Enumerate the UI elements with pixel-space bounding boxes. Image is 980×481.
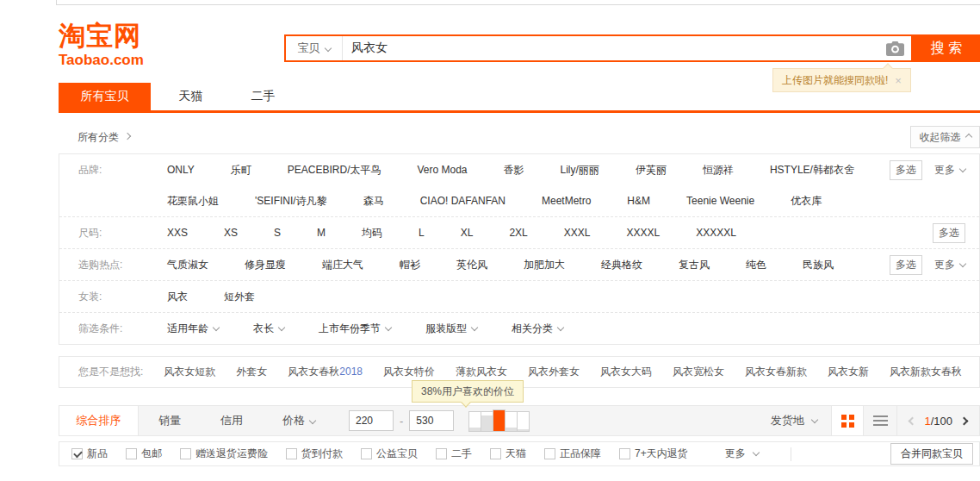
- checkbox[interactable]: [361, 448, 372, 459]
- suggest-link[interactable]: 风衣宽松女: [673, 365, 724, 379]
- search-input[interactable]: [343, 36, 878, 60]
- filter-option[interactable]: 森马: [363, 194, 384, 209]
- breadcrumb-all-categories[interactable]: 所有分类: [78, 130, 130, 145]
- tab-all-items[interactable]: 所有宝贝: [59, 83, 151, 110]
- filter-option[interactable]: 加肥加大: [524, 258, 565, 272]
- checkbox[interactable]: [71, 448, 83, 459]
- histogram-bin[interactable]: [481, 411, 493, 432]
- checkbox[interactable]: [436, 448, 447, 459]
- taobao-logo[interactable]: 淘宝网 Taobao.com: [59, 22, 144, 69]
- filter-option[interactable]: 经典格纹: [601, 258, 642, 272]
- filter-option[interactable]: 伊芙丽: [636, 163, 667, 178]
- prev-page-icon[interactable]: [909, 416, 917, 425]
- next-page-icon[interactable]: [960, 416, 969, 425]
- filter-dropdown[interactable]: 适用年龄: [167, 322, 219, 336]
- filter-checkbox-item[interactable]: 7+天内退货: [619, 447, 688, 461]
- filter-option[interactable]: 乐町: [231, 163, 251, 178]
- more-button[interactable]: 更多: [934, 258, 965, 272]
- ship-from-dropdown[interactable]: 发货地: [771, 413, 818, 428]
- checkbox[interactable]: [490, 448, 501, 459]
- checkbox[interactable]: [180, 448, 191, 459]
- suggest-link[interactable]: 风衣女大码: [600, 365, 652, 379]
- filter-option[interactable]: ONLY: [167, 164, 195, 176]
- sort-option-credit[interactable]: 信用: [201, 406, 263, 435]
- histogram-bin[interactable]: [505, 411, 518, 432]
- merge-same-items-button[interactable]: 合并同款宝贝: [890, 443, 973, 465]
- filter-dropdown[interactable]: 相关分类: [512, 322, 563, 336]
- histogram-bin[interactable]: [493, 409, 506, 432]
- filter-option[interactable]: 'SEIFINI/诗凡黎: [255, 194, 327, 209]
- filter-option[interactable]: 气质淑女: [167, 258, 208, 272]
- filter-option[interactable]: CIAO! DAFANFAN: [420, 195, 506, 207]
- filter-checkbox-item[interactable]: 公益宝贝: [361, 447, 418, 461]
- filter-option[interactable]: 2XL: [509, 227, 527, 239]
- filter-option[interactable]: M: [317, 227, 326, 239]
- histogram-bin[interactable]: [517, 411, 530, 432]
- checkbox[interactable]: [126, 448, 137, 459]
- filter-option[interactable]: S: [274, 227, 281, 239]
- suggest-link[interactable]: 风衣外套女: [528, 365, 580, 379]
- filter-option[interactable]: 复古风: [679, 258, 710, 272]
- price-min-input[interactable]: [349, 410, 394, 431]
- filter-option[interactable]: 端庄大气: [322, 258, 363, 272]
- list-view-button[interactable]: [864, 406, 896, 435]
- filter-option[interactable]: XXS: [167, 227, 188, 239]
- image-search-button[interactable]: [878, 36, 911, 60]
- filter-option[interactable]: L: [419, 227, 425, 239]
- sort-option-default[interactable]: 综合排序: [59, 406, 139, 435]
- filter-option[interactable]: 短外套: [224, 290, 255, 304]
- suggest-link[interactable]: 外套女: [236, 365, 267, 379]
- filter-option[interactable]: 风衣: [167, 290, 188, 304]
- tab-tmall[interactable]: 天猫: [158, 83, 223, 110]
- filter-checkbox-item[interactable]: 新品: [71, 447, 108, 461]
- filter-option[interactable]: 花栗鼠小姐: [167, 194, 219, 209]
- filter-option[interactable]: XXXXXL: [696, 227, 736, 239]
- filter-option[interactable]: HSTYLE/韩都衣舍: [770, 163, 854, 178]
- multi-select-button[interactable]: 多选: [933, 223, 965, 243]
- grid-view-button[interactable]: [831, 406, 864, 435]
- tab-secondhand[interactable]: 二手: [231, 83, 295, 110]
- checkbox[interactable]: [619, 448, 630, 459]
- filter-checkbox-item[interactable]: 包邮: [126, 447, 162, 461]
- sort-option-price[interactable]: 价格: [263, 406, 335, 435]
- checkbox[interactable]: [286, 448, 297, 459]
- suggest-link[interactable]: 风衣新款女春秋: [890, 365, 962, 379]
- search-button[interactable]: 搜 索: [913, 34, 980, 62]
- suggest-link[interactable]: 风衣女春新款: [745, 365, 807, 379]
- filter-option[interactable]: XS: [224, 227, 238, 239]
- filter-option[interactable]: 均码: [362, 226, 382, 240]
- collapse-filters-button[interactable]: 收起筛选: [910, 126, 980, 148]
- filter-option[interactable]: PEACEBIRD/太平鸟: [288, 163, 381, 178]
- filter-option[interactable]: H&M: [627, 195, 650, 207]
- filter-dropdown[interactable]: 衣长: [253, 322, 284, 336]
- price-max-input[interactable]: [409, 410, 454, 431]
- close-icon[interactable]: ×: [895, 74, 902, 87]
- filter-option[interactable]: 纯色: [746, 258, 766, 272]
- filter-option[interactable]: 英伦风: [456, 258, 487, 272]
- filter-checkbox-item[interactable]: 赠送退货运费险: [180, 447, 268, 461]
- suggest-link[interactable]: 薄款风衣女: [456, 365, 507, 379]
- suggest-link[interactable]: 风衣女新: [828, 365, 869, 379]
- filter-option[interactable]: 修身显瘦: [245, 258, 286, 272]
- filter-dropdown[interactable]: 上市年份季节: [319, 322, 391, 336]
- more-filters-button[interactable]: 更多: [725, 447, 759, 461]
- multi-select-button[interactable]: 多选: [890, 255, 922, 275]
- search-scope-dropdown[interactable]: 宝贝: [286, 36, 343, 60]
- suggest-link[interactable]: 风衣女春秋2018: [288, 365, 363, 379]
- filter-option[interactable]: 民族风: [803, 258, 834, 272]
- filter-dropdown[interactable]: 服装版型: [425, 322, 477, 336]
- filter-option[interactable]: XL: [461, 227, 474, 239]
- suggest-link[interactable]: 风衣女特价: [383, 365, 435, 379]
- sort-option-sales[interactable]: 销量: [139, 406, 201, 435]
- filter-option[interactable]: XXXL: [564, 227, 591, 239]
- more-button[interactable]: 更多: [934, 163, 965, 178]
- filter-option[interactable]: MeetMetro: [542, 195, 591, 207]
- filter-option[interactable]: Vero Moda: [417, 164, 467, 176]
- filter-checkbox-item[interactable]: 天猫: [490, 447, 526, 461]
- filter-checkbox-item[interactable]: 货到付款: [286, 447, 343, 461]
- filter-option[interactable]: XXXXL: [626, 227, 660, 239]
- filter-option[interactable]: 香影: [504, 163, 524, 178]
- filter-option[interactable]: 恒源祥: [703, 163, 734, 178]
- histogram-bin[interactable]: [468, 411, 481, 432]
- filter-option[interactable]: Teenie Weenie: [686, 195, 754, 207]
